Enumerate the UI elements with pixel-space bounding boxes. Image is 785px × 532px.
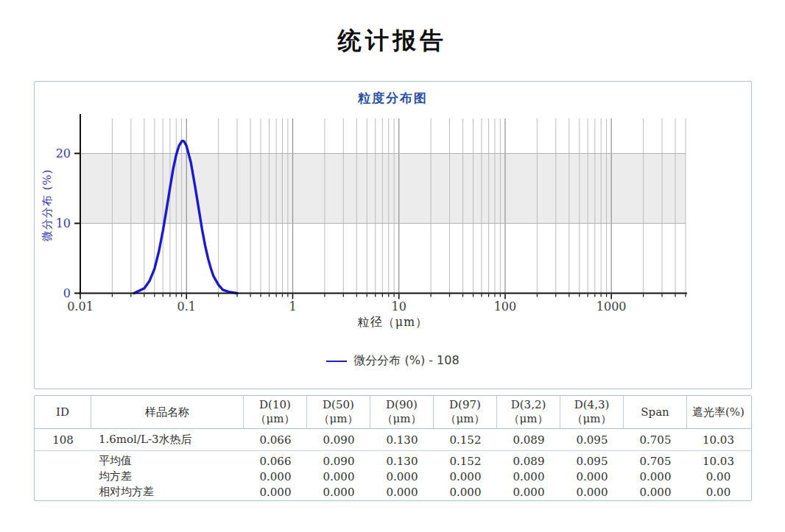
value-cell: 0.00 xyxy=(687,486,750,499)
value-cell: 0.066 xyxy=(244,455,307,468)
value-cell: 0.000 xyxy=(434,470,497,483)
value-cell: 0.095 xyxy=(560,433,624,447)
table-summary: 平均值0.0660.0900.1300.1520.0890.0950.70510… xyxy=(35,451,751,500)
value-cell: 0.130 xyxy=(370,455,434,468)
x-tick-label: 10 xyxy=(392,299,406,313)
value-cell: 0.000 xyxy=(497,470,560,483)
header-label: ID xyxy=(56,405,69,419)
value-cell: 0.000 xyxy=(560,486,624,499)
x-tick-label: 1 xyxy=(289,299,296,313)
value-cell: 0.000 xyxy=(434,486,497,499)
summary-label-cell: 均方差 xyxy=(91,469,244,483)
value-cell: 0.000 xyxy=(624,486,687,499)
summary-label-cell: 相对均方差 xyxy=(91,485,244,499)
value-cell: 0.066 xyxy=(244,433,307,447)
table-header-row: ID样品名称D(10)（μm）D(50)（μm）D(90)（μm）D(97)（μ… xyxy=(35,396,751,429)
value-cell: 0.000 xyxy=(560,470,624,483)
value-cell: 0.095 xyxy=(560,455,624,468)
summary-label-cell: 平均值 xyxy=(91,454,244,468)
header-label: D(10) xyxy=(259,398,291,412)
header-label: Span xyxy=(641,405,669,419)
header-unit: （μm） xyxy=(256,412,295,426)
results-table: ID样品名称D(10)（μm）D(50)（μm）D(90)（μm）D(97)（μ… xyxy=(34,395,752,501)
header-unit: （μm） xyxy=(572,412,612,426)
table-header-cell: D(10)（μm） xyxy=(244,396,307,428)
x-tick-label: 0.01 xyxy=(67,299,94,313)
value-cell: 0.090 xyxy=(307,433,370,447)
value-cell: 0.000 xyxy=(370,470,434,483)
legend-label: 微分分布 (%) - 108 xyxy=(353,353,459,369)
table-header-cell: 遮光率(%) xyxy=(687,396,750,428)
value-cell: 0.152 xyxy=(434,455,497,468)
value-cell: 0.000 xyxy=(307,486,370,499)
legend-line-icon xyxy=(326,361,347,362)
value-cell: 0.705 xyxy=(624,455,687,468)
report-title: 统计报告 xyxy=(0,25,785,57)
y-tick-label: 10 xyxy=(56,216,71,230)
chart-panel: 粒度分布图 0.010.1110100100001020微分分布 (%) 粒径（… xyxy=(34,81,752,389)
table-header-cell: D(4,3)（μm） xyxy=(560,396,624,428)
value-cell: 0.000 xyxy=(624,470,687,483)
value-cell: 0.705 xyxy=(624,433,687,447)
value-cell: 0.130 xyxy=(370,433,434,447)
particle-size-distribution-chart: 0.010.1110100100001020微分分布 (%) xyxy=(35,82,751,389)
summary-row: 均方差0.0000.0000.0000.0000.0000.0000.0000.… xyxy=(35,469,751,484)
value-cell: 0.000 xyxy=(307,470,370,483)
sample-id-cell: 108 xyxy=(35,433,91,447)
value-cell: 0.089 xyxy=(497,433,560,447)
value-cell: 0.000 xyxy=(370,486,434,499)
header-unit: （μm） xyxy=(509,412,549,426)
header-label: 遮光率(%) xyxy=(692,405,744,419)
table-header-cell: D(97)（μm） xyxy=(434,396,497,428)
header-unit: （μm） xyxy=(319,412,359,426)
x-axis-label: 粒径（μm） xyxy=(35,315,751,330)
chart-legend: 微分分布 (%) - 108 xyxy=(35,353,751,369)
x-tick-label: 0.1 xyxy=(177,299,196,313)
table-header-cell: D(50)（μm） xyxy=(307,396,370,428)
table-body: 1081.6mol/L-3水热后0.0660.0900.1300.1520.08… xyxy=(35,429,751,451)
table-header-cell: D(3,2)（μm） xyxy=(497,396,560,428)
value-cell: 0.000 xyxy=(497,486,560,499)
sample-name-cell: 1.6mol/L-3水热后 xyxy=(91,433,244,447)
value-cell: 0.00 xyxy=(687,470,750,483)
header-label: D(50) xyxy=(323,398,354,412)
table-header-cell: 样品名称 xyxy=(91,396,244,428)
header-label: D(90) xyxy=(386,398,418,412)
y-axis-label: 微分分布 (%) xyxy=(41,169,54,242)
value-cell: 10.03 xyxy=(687,433,750,447)
x-tick-label: 1000 xyxy=(596,299,627,313)
value-cell: 0.000 xyxy=(244,470,307,483)
summary-row: 平均值0.0660.0900.1300.1520.0890.0950.70510… xyxy=(35,453,751,469)
x-tick-label: 100 xyxy=(494,299,517,313)
value-cell: 0.089 xyxy=(497,455,560,468)
header-label: D(4,3) xyxy=(574,398,610,412)
header-unit: （μm） xyxy=(446,412,485,426)
value-cell: 0.152 xyxy=(434,433,497,447)
report-page: 统计报告 粒度分布图 0.010.1110100100001020微分分布 (%… xyxy=(0,0,785,532)
y-tick-label: 20 xyxy=(56,146,71,160)
table-header-cell: ID xyxy=(35,396,91,428)
header-label: 样品名称 xyxy=(145,405,189,419)
header-label: D(3,2) xyxy=(511,398,546,412)
table-header-cell: D(90)（μm） xyxy=(370,396,434,428)
value-cell: 10.03 xyxy=(687,455,750,468)
value-cell: 0.090 xyxy=(307,455,370,468)
y-tick-label: 0 xyxy=(63,286,71,300)
header-label: D(97) xyxy=(449,398,481,412)
table-row: 1081.6mol/L-3水热后0.0660.0900.1300.1520.08… xyxy=(35,429,751,451)
header-unit: （μm） xyxy=(382,412,422,426)
summary-row: 相对均方差0.0000.0000.0000.0000.0000.0000.000… xyxy=(35,484,751,500)
value-cell: 0.000 xyxy=(244,486,307,499)
table-header-cell: Span xyxy=(624,396,687,428)
